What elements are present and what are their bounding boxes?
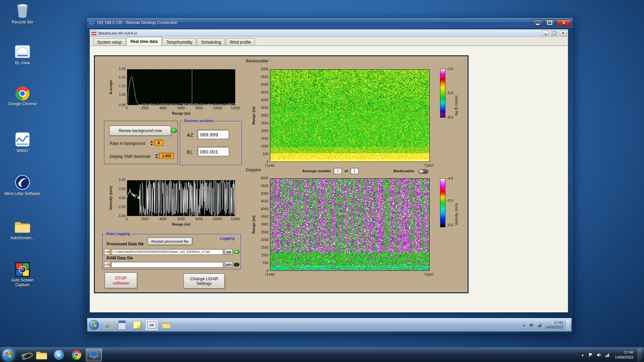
rdp-close-button[interactable] xyxy=(557,19,571,26)
tab-wind-profile[interactable]: Wind profile xyxy=(226,38,255,46)
remote-taskbar-sticky-notes[interactable] xyxy=(130,319,143,330)
change-lidar-settings-button[interactable]: Change LiDAR Settings xyxy=(183,274,225,289)
taskbar-media-player[interactable] xyxy=(51,349,67,361)
tab-real-time-data[interactable]: Real time data xyxy=(126,37,162,46)
desktop: Recycle Bin BL-View Google Chrome MW41 W… xyxy=(0,0,644,362)
remote-taskbar-ie[interactable] xyxy=(101,319,114,330)
background-led xyxy=(172,128,177,133)
network-icon[interactable] xyxy=(537,322,542,328)
taskbar-ie[interactable] xyxy=(16,349,32,361)
logging-off-led xyxy=(234,263,239,266)
sticky-notes-icon xyxy=(133,321,141,329)
streamline-app-icon xyxy=(147,321,156,329)
remote-desktop-icon xyxy=(89,20,95,25)
data-logging-group: Data Logging Processed Data file Restart… xyxy=(102,234,241,269)
remote-taskbar-streamline-app[interactable] xyxy=(145,319,158,330)
on-label: ON xyxy=(224,249,233,254)
remote-clock-time: 17:40 xyxy=(545,320,563,325)
chrome-icon xyxy=(72,350,81,360)
remote-taskbar-explorer[interactable] xyxy=(160,319,173,330)
desktop-icon-auto-screen-capture[interactable]: Auto Screen Capture xyxy=(3,262,42,287)
rdp-minimize-button[interactable] xyxy=(533,19,543,26)
restart-processed-button[interactable]: Restart processed file xyxy=(148,238,192,245)
chrome-icon xyxy=(15,86,30,101)
start-button[interactable] xyxy=(2,349,15,361)
average-count-value[interactable]: 1 xyxy=(351,168,359,174)
app-close-button[interactable] xyxy=(560,31,566,36)
off-label: OFF xyxy=(224,262,233,267)
el-value[interactable]: 090.001 xyxy=(198,147,229,156)
doppler-title: Doppler xyxy=(246,167,261,172)
logging-label: Logging xyxy=(219,236,236,240)
raw-file-label: RAW Data file xyxy=(107,256,133,260)
processed-logging-toggle[interactable]: ON xyxy=(224,249,239,254)
action-center-flag-icon[interactable] xyxy=(588,352,593,358)
processed-drive-selector[interactable]: C xyxy=(104,249,110,255)
rays-spinner[interactable] xyxy=(150,140,153,146)
processed-path-input[interactable]: C:\Lidar\Data\Proc\2023\202309\20230914\… xyxy=(111,249,223,255)
colorbar-tick: -4.0 xyxy=(447,176,461,180)
remote-taskbar-calculator[interactable] xyxy=(116,319,128,330)
taskbar: 17:40 14/09/2023 xyxy=(0,347,644,362)
tab-content: Renew background now Rays in background … xyxy=(90,46,568,312)
rays-in-background-label: Rays in background xyxy=(110,141,145,146)
taskbar-clock[interactable]: 17:40 14/09/2023 xyxy=(613,350,635,360)
rdp-titlebar[interactable]: 192.168.0.150 - Remote Desktop Connectio… xyxy=(87,18,573,28)
colorbar-tick: -0.0 xyxy=(447,198,461,202)
desktop-icon-bl-view[interactable]: BL-View xyxy=(3,44,42,65)
realtime-panel: Renew background now Rays in background … xyxy=(94,55,469,293)
folder-icon xyxy=(14,219,31,235)
average-number-value[interactable]: 1 xyxy=(334,168,342,174)
remote-system-tray: 17:40 14/09/2023 xyxy=(522,320,570,330)
rdp-maximize-button[interactable] xyxy=(545,19,555,26)
tab-system-setup[interactable]: System setup xyxy=(93,38,126,46)
app-maximize-button[interactable] xyxy=(551,31,557,36)
taskbar-chrome[interactable] xyxy=(68,349,85,361)
desktop-icon-label: MW41 xyxy=(17,148,29,153)
rays-value[interactable]: 8 xyxy=(154,140,163,146)
desktop-icon-mw41[interactable]: MW41 xyxy=(3,131,42,153)
raw-drive-selector[interactable]: C xyxy=(104,262,110,267)
desktop-icon-recycle-bin[interactable]: Recycle Bin xyxy=(3,3,42,24)
desktop-icon-google-chrome[interactable]: Google Chrome xyxy=(3,86,42,106)
tab-scheduling[interactable]: Scheduling xyxy=(197,38,225,46)
wind-lidar-icon xyxy=(14,174,31,190)
remote-clock[interactable]: 17:40 14/09/2023 xyxy=(545,320,563,329)
raw-logging-toggle[interactable]: OFF xyxy=(224,262,239,267)
volume-icon[interactable] xyxy=(596,352,602,358)
doppler-colorbar xyxy=(440,178,445,227)
backscatter-toggle[interactable] xyxy=(418,169,428,174)
taskbar-rdp-session[interactable] xyxy=(86,349,102,361)
tab-temp-humidity[interactable]: Temp/humidity xyxy=(162,38,196,46)
desktop-icon-autoscreen[interactable]: AutoScreen... xyxy=(3,219,42,240)
backscatter-toggle-label: Backscatter xyxy=(393,169,414,173)
volume-icon[interactable] xyxy=(529,322,534,328)
raw-path-input[interactable] xyxy=(111,262,223,267)
remote-start-button[interactable] xyxy=(89,320,99,330)
renew-background-button[interactable]: Renew background now xyxy=(109,126,171,136)
maximize-icon xyxy=(547,21,552,25)
doppler-heatmap xyxy=(247,173,434,279)
show-desktop-button[interactable] xyxy=(638,349,642,361)
app-minimize-button[interactable] xyxy=(542,31,549,36)
hidden-icons-button[interactable] xyxy=(580,353,585,357)
desktop-icon-wind-lidar[interactable]: Wind Lidar Software xyxy=(3,174,42,196)
remote-show-desktop-button[interactable] xyxy=(566,320,570,330)
snr-value[interactable]: 1.002 xyxy=(159,153,174,159)
maximize-icon xyxy=(553,32,556,35)
az-value[interactable]: 089.999 xyxy=(198,130,229,139)
internet-explorer-icon xyxy=(22,350,26,360)
remote-clock-date: 14/09/2023 xyxy=(545,325,563,330)
internet-explorer-icon xyxy=(106,321,109,329)
app-titlebar[interactable]: StreamLine XR v14-6.vi xyxy=(90,29,568,37)
stop-software-button[interactable]: STOP software xyxy=(105,273,137,288)
close-icon xyxy=(562,20,566,25)
close-icon xyxy=(562,31,565,35)
network-icon[interactable] xyxy=(605,352,610,358)
taskbar-explorer[interactable] xyxy=(34,349,50,361)
az-label: AZ xyxy=(187,132,193,138)
desktop-icon-label: Google Chrome xyxy=(8,102,37,106)
hidden-icons-button[interactable] xyxy=(522,323,526,327)
processed-file-label: Processed Data file xyxy=(107,242,144,246)
snr-spinner[interactable] xyxy=(155,153,158,159)
